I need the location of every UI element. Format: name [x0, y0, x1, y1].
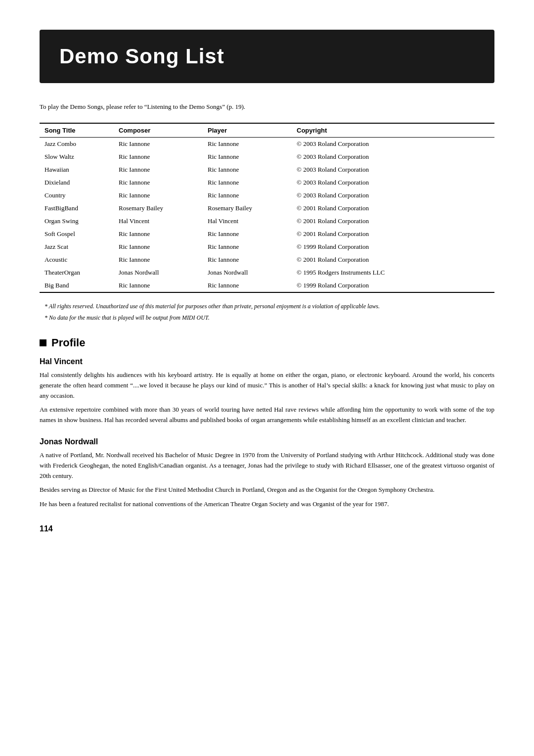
cell-copyright: © 2001 Roland Corporation — [292, 202, 494, 215]
cell-song-title: Jazz Combo — [40, 138, 114, 151]
cell-copyright: © 2003 Roland Corporation — [292, 176, 494, 189]
cell-copyright: © 2003 Roland Corporation — [292, 189, 494, 202]
table-row: Acoustic Ric Iannone Ric Iannone © 2001 … — [40, 253, 494, 266]
profile-section: Profile Hal VincentHal consistently deli… — [40, 336, 494, 510]
cell-player: Hal Vincent — [203, 215, 292, 228]
cell-song-title: Dixieland — [40, 176, 114, 189]
cell-player: Ric Iannone — [203, 176, 292, 189]
cell-song-title: Big Band — [40, 279, 114, 292]
cell-song-title: Acoustic — [40, 253, 114, 266]
cell-player: Jonas Nordwall — [203, 266, 292, 279]
col-header-composer: Composer — [114, 123, 203, 138]
artist-bio-paragraph: An extensive repertoire combined with mo… — [40, 405, 494, 425]
section-header: Profile — [40, 336, 494, 349]
cell-copyright: © 2001 Roland Corporation — [292, 215, 494, 228]
artist-bio-paragraph: A native of Portland, Mr. Nordwall recei… — [40, 450, 494, 481]
cell-copyright: © 2003 Roland Corporation — [292, 163, 494, 176]
intro-text: To play the Demo Songs, please refer to … — [40, 103, 494, 111]
cell-song-title: Slow Waltz — [40, 150, 114, 163]
col-header-player: Player — [203, 123, 292, 138]
table-row: Jazz Scat Ric Iannone Ric Iannone © 1999… — [40, 240, 494, 253]
profile-artist: Hal VincentHal consistently delights his… — [40, 357, 494, 425]
table-row: Big Band Ric Iannone Ric Iannone © 1999 … — [40, 279, 494, 292]
table-row: Country Ric Iannone Ric Iannone © 2003 R… — [40, 189, 494, 202]
cell-copyright: © 1999 Roland Corporation — [292, 240, 494, 253]
profiles-container: Hal VincentHal consistently delights his… — [40, 357, 494, 510]
col-header-song-title: Song Title — [40, 123, 114, 138]
cell-song-title: FastBigBand — [40, 202, 114, 215]
page-container: Demo Song List To play the Demo Songs, p… — [0, 0, 534, 756]
cell-composer: Ric Iannone — [114, 150, 203, 163]
cell-song-title: Country — [40, 189, 114, 202]
cell-composer: Ric Iannone — [114, 253, 203, 266]
cell-composer: Jonas Nordwall — [114, 266, 203, 279]
artist-bio-paragraph: Hal consistently delights his audiences … — [40, 370, 494, 401]
cell-song-title: Jazz Scat — [40, 240, 114, 253]
table-row: Slow Waltz Ric Iannone Ric Iannone © 200… — [40, 150, 494, 163]
cell-player: Ric Iannone — [203, 163, 292, 176]
header-banner: Demo Song List — [40, 30, 494, 83]
table-row: Organ Swing Hal Vincent Hal Vincent © 20… — [40, 215, 494, 228]
section-icon — [40, 339, 46, 346]
song-table: Song Title Composer Player Copyright Jaz… — [40, 123, 494, 293]
cell-copyright: © 2003 Roland Corporation — [292, 150, 494, 163]
cell-player: Ric Iannone — [203, 240, 292, 253]
cell-copyright: © 2003 Roland Corporation — [292, 138, 494, 151]
table-row: FastBigBand Rosemary Bailey Rosemary Bai… — [40, 202, 494, 215]
section-title: Profile — [51, 336, 85, 349]
cell-player: Ric Iannone — [203, 228, 292, 240]
cell-song-title: TheaterOrgan — [40, 266, 114, 279]
cell-composer: Ric Iannone — [114, 189, 203, 202]
table-row: Hawaiian Ric Iannone Ric Iannone © 2003 … — [40, 163, 494, 176]
table-row: TheaterOrgan Jonas Nordwall Jonas Nordwa… — [40, 266, 494, 279]
page-title: Demo Song List — [59, 45, 475, 68]
table-row: Jazz Combo Ric Iannone Ric Iannone © 200… — [40, 138, 494, 151]
cell-composer: Ric Iannone — [114, 240, 203, 253]
cell-player: Ric Iannone — [203, 150, 292, 163]
table-row: Soft Gospel Ric Iannone Ric Iannone © 20… — [40, 228, 494, 240]
cell-composer: Ric Iannone — [114, 279, 203, 292]
cell-composer: Hal Vincent — [114, 215, 203, 228]
cell-player: Ric Iannone — [203, 138, 292, 151]
cell-copyright: © 2001 Roland Corporation — [292, 253, 494, 266]
cell-player: Rosemary Bailey — [203, 202, 292, 215]
cell-player: Ric Iannone — [203, 253, 292, 266]
cell-copyright: © 1995 Rodgers Instruments LLC — [292, 266, 494, 279]
artist-bio-paragraph: Besides serving as Director of Music for… — [40, 485, 494, 495]
page-number: 114 — [40, 524, 494, 533]
table-row: Dixieland Ric Iannone Ric Iannone © 2003… — [40, 176, 494, 189]
cell-copyright: © 2001 Roland Corporation — [292, 228, 494, 240]
cell-composer: Rosemary Bailey — [114, 202, 203, 215]
footnotes-section: All rights reserved. Unauthorized use of… — [40, 303, 494, 322]
col-header-copyright: Copyright — [292, 123, 494, 138]
cell-composer: Ric Iannone — [114, 138, 203, 151]
footnote-1: All rights reserved. Unauthorized use of… — [40, 303, 494, 310]
cell-song-title: Hawaiian — [40, 163, 114, 176]
cell-copyright: © 1999 Roland Corporation — [292, 279, 494, 292]
cell-composer: Ric Iannone — [114, 228, 203, 240]
artist-name: Hal Vincent — [40, 357, 494, 366]
artist-name: Jonas Nordwall — [40, 437, 494, 446]
cell-song-title: Soft Gospel — [40, 228, 114, 240]
cell-composer: Ric Iannone — [114, 163, 203, 176]
cell-player: Ric Iannone — [203, 189, 292, 202]
cell-song-title: Organ Swing — [40, 215, 114, 228]
artist-bio-paragraph: He has been a featured recitalist for na… — [40, 499, 494, 510]
profile-artist: Jonas NordwallA native of Portland, Mr. … — [40, 437, 494, 510]
cell-composer: Ric Iannone — [114, 176, 203, 189]
cell-player: Ric Iannone — [203, 279, 292, 292]
footnote-2: No data for the music that is played wil… — [40, 314, 494, 322]
